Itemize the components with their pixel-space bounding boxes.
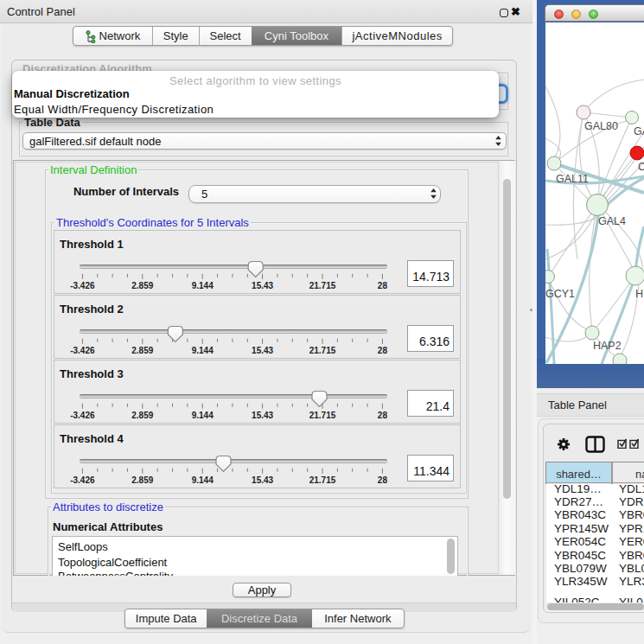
svg-text:GA: GA (634, 125, 644, 137)
svg-text:GCY1: GCY1 (545, 288, 575, 300)
svg-text:HAP2: HAP2 (593, 340, 622, 352)
svg-text:H: H (635, 288, 643, 300)
svg-text:GAL11: GAL11 (556, 173, 589, 185)
svg-text:GAL80: GAL80 (584, 120, 618, 132)
svg-text:C: C (638, 161, 644, 173)
svg-text:GAL4: GAL4 (598, 215, 626, 227)
